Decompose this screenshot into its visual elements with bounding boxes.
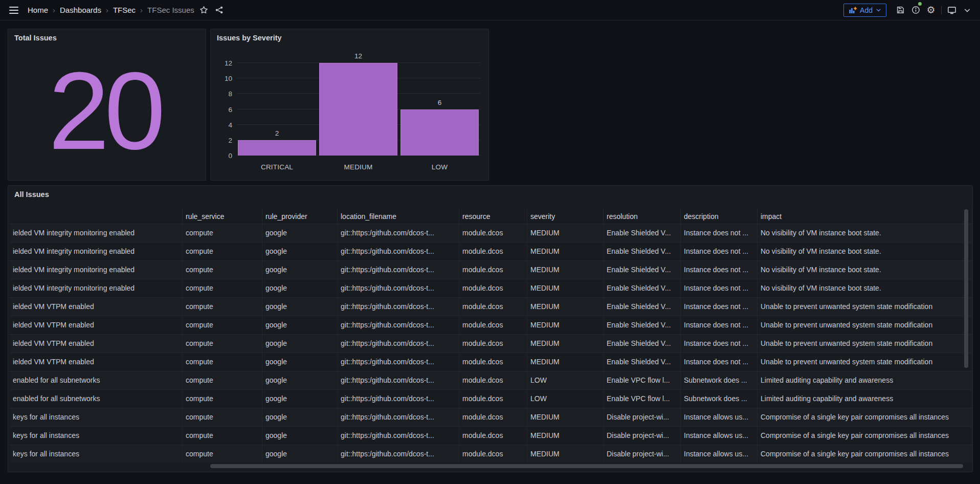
panel-title[interactable]: Issues by Severity bbox=[211, 29, 488, 42]
table-cell: Instance does not ... bbox=[681, 335, 758, 353]
column-header-resource[interactable]: resource bbox=[459, 208, 527, 224]
column-header-location_filename[interactable]: location_filename bbox=[338, 208, 459, 224]
table-cell: LOW bbox=[527, 371, 604, 389]
hamburger-menu-icon[interactable] bbox=[5, 3, 23, 18]
add-button-label: Add bbox=[860, 6, 873, 14]
grafana-dashboard: Home›Dashboards›TFSec›TFSec Issues Add bbox=[0, 0, 980, 484]
table-cell: Enable Shielded V... bbox=[604, 224, 681, 242]
chevron-down-icon[interactable] bbox=[960, 3, 975, 18]
bar-low[interactable]: 6 bbox=[400, 109, 479, 156]
breadcrumb-item[interactable]: TFSec bbox=[113, 6, 136, 14]
column-header-severity[interactable]: severity bbox=[527, 208, 604, 224]
horizontal-scrollbar[interactable] bbox=[210, 464, 963, 468]
table-cell: compute bbox=[183, 224, 262, 242]
breadcrumb-item[interactable]: Dashboards bbox=[60, 6, 101, 14]
bar-medium[interactable]: 12 bbox=[319, 63, 397, 156]
table-cell: Instance does not ... bbox=[681, 316, 758, 334]
table-cell: git::https:/github.com/dcos-t... bbox=[338, 390, 459, 408]
chart-y-tick-label: 0 bbox=[218, 152, 232, 160]
table-cell: git::https:/github.com/dcos-t... bbox=[338, 261, 459, 279]
total-issues-panel: Total Issues 20 bbox=[8, 29, 206, 181]
table-cell: Unable to prevent unwanted system state … bbox=[758, 353, 972, 371]
column-header-hidden[interactable] bbox=[10, 208, 183, 224]
table-cell: Disable project-wi... bbox=[604, 445, 681, 463]
table-cell: Limited auditing capability and awarenes… bbox=[758, 371, 972, 389]
gear-icon[interactable]: ⚙ bbox=[923, 3, 939, 18]
table-row: enabled for all subnetworkscomputegoogle… bbox=[10, 389, 972, 408]
table-cell: google bbox=[262, 243, 338, 260]
bar-slot: 12 bbox=[318, 63, 399, 156]
column-header-resolution[interactable]: resolution bbox=[604, 208, 681, 224]
table-cell: MEDIUM bbox=[527, 445, 604, 463]
chart-x-axis-labels: CRITICALMEDIUMLOW bbox=[236, 163, 480, 171]
column-header-rule_provider[interactable]: rule_provider bbox=[262, 208, 338, 224]
table-cell: MEDIUM bbox=[527, 335, 604, 353]
table-row: ielded VM VTPM enabledcomputegooglegit::… bbox=[10, 353, 972, 371]
table-cell: Enable Shielded V... bbox=[604, 279, 681, 297]
info-circle-icon[interactable] bbox=[908, 3, 923, 18]
bar-critical[interactable]: 2 bbox=[238, 140, 316, 156]
share-icon[interactable] bbox=[212, 3, 227, 18]
table-cell: ielded VM integrity monitoring enabled bbox=[10, 261, 183, 279]
save-icon[interactable] bbox=[893, 3, 908, 18]
breadcrumb-item[interactable]: Home bbox=[28, 6, 48, 14]
table-cell: module.dcos bbox=[459, 390, 527, 408]
table-cell: Unable to prevent unwanted system state … bbox=[758, 335, 972, 353]
table-cell: google bbox=[262, 261, 338, 279]
table-cell: git::https:/github.com/dcos-t... bbox=[338, 371, 459, 389]
star-icon[interactable] bbox=[196, 3, 212, 18]
vertical-scrollbar[interactable] bbox=[964, 209, 968, 368]
table-row: ielded VM integrity monitoring enabledco… bbox=[10, 224, 972, 242]
table-cell: MEDIUM bbox=[527, 353, 604, 371]
panel-title[interactable]: Total Issues bbox=[8, 29, 206, 42]
bar-value-label: 12 bbox=[354, 52, 362, 60]
table-cell: No visibility of VM instance boot state. bbox=[758, 224, 972, 242]
table-row: ielded VM integrity monitoring enabledco… bbox=[10, 242, 972, 260]
table-cell: git::https:/github.com/dcos-t... bbox=[338, 298, 459, 316]
top-navigation-bar: Home›Dashboards›TFSec›TFSec Issues Add bbox=[0, 0, 980, 20]
table-cell: Disable project-wi... bbox=[604, 427, 681, 445]
add-button[interactable]: Add bbox=[843, 4, 886, 17]
table-cell: compute bbox=[183, 445, 262, 463]
table-cell: compute bbox=[183, 408, 262, 426]
column-header-description[interactable]: description bbox=[681, 208, 758, 224]
chevron-down-icon bbox=[876, 7, 881, 13]
table-cell: Compromise of a single key pair compromi… bbox=[758, 408, 972, 426]
table-cell: google bbox=[262, 427, 338, 445]
all-issues-panel: All Issues rule_servicerule_providerloca… bbox=[8, 185, 973, 472]
table-cell: ielded VM integrity monitoring enabled bbox=[10, 279, 183, 297]
table-cell: Instance allows us... bbox=[681, 427, 758, 445]
toolbar-divider bbox=[941, 6, 942, 14]
bar-value-label: 2 bbox=[275, 129, 279, 137]
column-header-rule_service[interactable]: rule_service bbox=[183, 208, 262, 224]
update-available-dot bbox=[918, 2, 922, 6]
table-cell: google bbox=[262, 224, 338, 242]
table-cell: ielded VM VTPM enabled bbox=[10, 316, 183, 334]
table-cell: ielded VM VTPM enabled bbox=[10, 335, 183, 353]
table-row: keys for all instancescomputegooglegit::… bbox=[10, 445, 972, 463]
chart-y-tick-label: 2 bbox=[218, 136, 232, 144]
table-cell: module.dcos bbox=[459, 243, 527, 260]
table-cell: Subnetwork does ... bbox=[681, 371, 758, 389]
breadcrumb-separator: › bbox=[53, 6, 55, 14]
chart-x-tick-label: LOW bbox=[399, 163, 480, 171]
column-header-impact[interactable]: impact bbox=[758, 208, 972, 224]
table-cell: Enable Shielded V... bbox=[604, 353, 681, 371]
table-cell: Instance does not ... bbox=[681, 224, 758, 242]
table-cell: Enable VPC flow l... bbox=[604, 390, 681, 408]
table-cell: No visibility of VM instance boot state. bbox=[758, 279, 972, 297]
table-row: ielded VM VTPM enabledcomputegooglegit::… bbox=[10, 316, 972, 334]
panel-title[interactable]: All Issues bbox=[8, 186, 972, 199]
table-row: keys for all instancescomputegooglegit::… bbox=[10, 426, 972, 445]
table-cell: compute bbox=[183, 298, 262, 316]
chart-y-tick-label: 8 bbox=[218, 90, 232, 98]
table-cell: No visibility of VM instance boot state. bbox=[758, 243, 972, 260]
table-cell: module.dcos bbox=[459, 427, 527, 445]
table-cell: Instance does not ... bbox=[681, 298, 758, 316]
monitor-icon[interactable] bbox=[944, 3, 960, 18]
stat-value: 20 bbox=[8, 47, 206, 175]
bar-chart: 0246810122126 CRITICALMEDIUMLOW bbox=[218, 50, 482, 177]
table-cell: Unable to prevent unwanted system state … bbox=[758, 316, 972, 334]
table-cell: compute bbox=[183, 427, 262, 445]
table-cell: compute bbox=[183, 353, 262, 371]
